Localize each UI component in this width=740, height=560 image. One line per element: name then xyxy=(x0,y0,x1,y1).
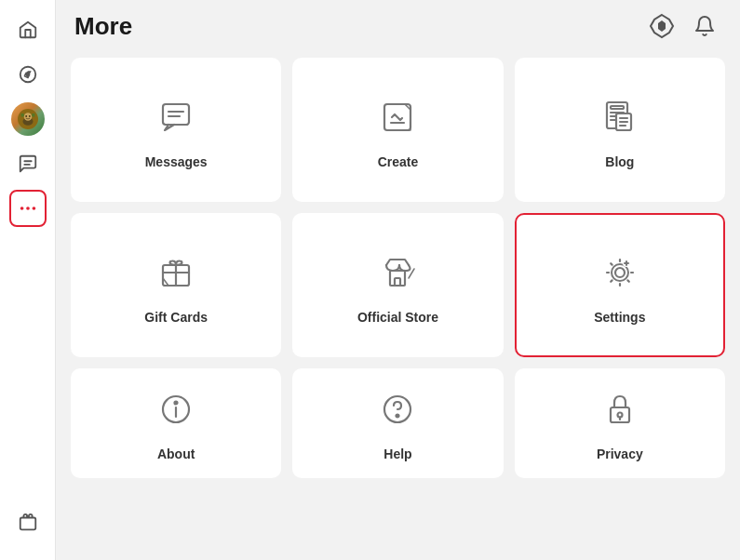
main-content: More xyxy=(56,0,740,560)
menu-grid: Messages Create xyxy=(71,58,725,478)
notification-icon-button[interactable] xyxy=(688,9,721,43)
grid-card-create[interactable]: Create xyxy=(292,58,503,202)
robux-icon-button[interactable] xyxy=(645,9,679,43)
grid-container: Messages Create xyxy=(56,52,740,560)
sidebar-item-discover[interactable] xyxy=(9,56,47,93)
svg-rect-35 xyxy=(395,278,400,286)
svg-point-44 xyxy=(397,415,399,418)
page-title: More xyxy=(74,12,132,41)
sidebar-item-home[interactable] xyxy=(9,11,47,48)
blog-icon xyxy=(599,97,640,141)
svg-rect-8 xyxy=(20,113,23,117)
svg-point-6 xyxy=(25,115,27,117)
privacy-icon xyxy=(599,389,640,433)
grid-card-privacy[interactable]: Privacy xyxy=(515,368,725,478)
svg-marker-17 xyxy=(658,20,666,32)
grid-card-official-store[interactable]: Official Store xyxy=(292,213,503,357)
page-header: More xyxy=(56,0,740,52)
grid-card-blog[interactable]: Blog xyxy=(515,58,725,202)
svg-point-5 xyxy=(23,113,32,121)
sidebar xyxy=(0,0,56,560)
grid-card-settings[interactable]: Settings xyxy=(515,213,725,357)
official-store-label: Official Store xyxy=(357,310,438,325)
grid-card-about[interactable]: About xyxy=(71,368,281,478)
about-label: About xyxy=(157,447,195,461)
svg-point-12 xyxy=(20,207,23,210)
official-store-icon xyxy=(377,252,418,297)
settings-label: Settings xyxy=(594,310,645,325)
svg-rect-23 xyxy=(611,106,624,109)
blog-label: Blog xyxy=(605,154,634,169)
messages-label: Messages xyxy=(145,154,208,169)
about-icon xyxy=(155,389,196,433)
settings-icon xyxy=(599,252,640,297)
help-icon xyxy=(377,389,418,433)
grid-card-messages[interactable]: Messages xyxy=(71,58,281,202)
svg-point-13 xyxy=(26,207,30,210)
svg-rect-18 xyxy=(163,104,189,125)
avatar-image xyxy=(11,102,45,136)
sidebar-item-more[interactable] xyxy=(9,190,47,227)
grid-card-help[interactable]: Help xyxy=(292,368,503,478)
gift-cards-label: Gift Cards xyxy=(144,310,208,325)
svg-point-14 xyxy=(32,207,35,210)
svg-point-41 xyxy=(175,402,178,405)
svg-rect-9 xyxy=(32,113,34,117)
create-label: Create xyxy=(378,154,419,169)
gift-cards-icon xyxy=(155,252,196,297)
sidebar-avatar[interactable] xyxy=(9,100,47,138)
sidebar-item-robux[interactable] xyxy=(9,504,47,541)
help-label: Help xyxy=(383,447,411,461)
svg-rect-15 xyxy=(20,518,35,530)
create-icon xyxy=(377,97,418,141)
sidebar-item-chat[interactable] xyxy=(9,145,47,182)
privacy-label: Privacy xyxy=(597,447,643,461)
svg-point-7 xyxy=(28,115,30,117)
messages-icon xyxy=(155,97,196,141)
grid-card-gift-cards[interactable]: Gift Cards xyxy=(71,213,281,357)
svg-point-36 xyxy=(615,268,625,277)
header-icons xyxy=(645,9,721,43)
